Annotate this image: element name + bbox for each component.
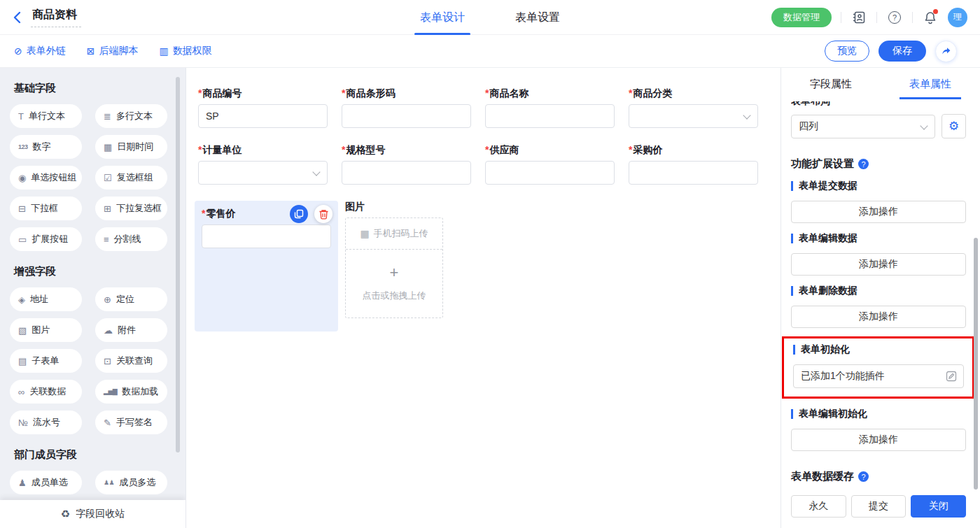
cache-title: 表单数据缓存 ?: [791, 470, 966, 483]
field-unit[interactable]: *计量单位: [198, 144, 328, 185]
sidebar-item-multi-line-text[interactable]: ≣多行文本: [95, 104, 167, 128]
field-product-barcode[interactable]: *商品条形码: [342, 87, 471, 128]
spec-model-input[interactable]: [342, 161, 471, 185]
cache-option-submit[interactable]: 提交: [851, 495, 906, 518]
data-permission-link[interactable]: ▥ 数据权限: [159, 45, 211, 57]
notification-button[interactable]: [922, 9, 939, 26]
sidebar-item-image[interactable]: ▧图片: [10, 318, 82, 342]
sidebar-item-datetime[interactable]: ▦日期时间: [95, 135, 167, 159]
copy-icon: [294, 209, 304, 219]
serial-number-icon: №: [18, 418, 28, 427]
field-image-upload[interactable]: 图片 ▦ 手机扫码上传 + 点击或拖拽上传: [345, 201, 475, 331]
help-circle-icon[interactable]: ?: [858, 471, 869, 482]
sidebar-item-attachment[interactable]: ☁附件: [95, 318, 167, 342]
field-spec-model[interactable]: *规格型号: [342, 144, 471, 185]
cache-option-close[interactable]: 关闭: [911, 495, 966, 518]
sidebar-item-address[interactable]: ◈地址: [10, 287, 82, 311]
sidebar-item-radio-group[interactable]: ◉单选按钮组: [10, 166, 82, 190]
number-icon: 123: [18, 144, 28, 150]
page-title[interactable]: 商品资料: [31, 8, 81, 27]
layout-columns-select[interactable]: 四列: [791, 115, 935, 138]
sidebar-item-relation-data[interactable]: ∞关联数据: [10, 380, 82, 404]
product-category-select[interactable]: [629, 104, 758, 128]
field-label: 供应商: [489, 144, 519, 155]
form-row: *零售价 图片 ▦: [198, 201, 780, 331]
product-barcode-input[interactable]: [342, 104, 471, 128]
form-external-link[interactable]: ⊘ 表单外链: [14, 45, 66, 57]
trash-icon: [318, 209, 329, 220]
tab-form-design[interactable]: 表单设计: [414, 0, 470, 35]
selected-field-retail-price[interactable]: *零售价: [195, 201, 338, 331]
save-button[interactable]: 保存: [878, 41, 926, 62]
sidebar-item-serial-number[interactable]: №流水号: [10, 411, 82, 434]
add-action-button-submit[interactable]: 添加操作: [791, 201, 966, 223]
avatar[interactable]: 理: [948, 8, 967, 27]
section-form-delete: 表单删除数据 添加操作: [791, 285, 966, 328]
sidebar-item-number[interactable]: 123数字: [10, 135, 82, 159]
required-asterisk: *: [629, 87, 632, 99]
plugin-summary-box[interactable]: 已添加1个功能插件: [793, 364, 964, 388]
cache-option-permanent[interactable]: 永久: [791, 495, 846, 518]
section-form-edit-init: 表单编辑初始化 添加操作: [791, 408, 966, 451]
signature-icon: ✎: [104, 418, 111, 427]
backend-script-link[interactable]: ⊠ 后端脚本: [87, 45, 139, 57]
section-form-edit: 表单编辑数据 添加操作: [791, 232, 966, 276]
drag-upload-area[interactable]: + 点击或拖拽上传: [346, 250, 442, 317]
delete-field-button[interactable]: [314, 205, 332, 223]
add-action-button-delete[interactable]: 添加操作: [791, 306, 966, 328]
sidebar-item-subform[interactable]: ▤子表单: [10, 349, 82, 373]
panel-scrollbar[interactable]: [974, 238, 978, 490]
purchase-price-input[interactable]: [629, 161, 758, 185]
field-label: 规格型号: [346, 144, 385, 155]
sidebar-item-member-multi[interactable]: ♟♟成员多选: [95, 471, 167, 494]
sidebar-item-multi-dropdown[interactable]: ⊞下拉复选框: [95, 197, 167, 220]
field-product-code[interactable]: *商品编号: [198, 87, 328, 128]
sidebar-item-location[interactable]: ⊕定位: [95, 287, 167, 311]
edit-pencil-icon[interactable]: [946, 371, 957, 382]
scan-upload-button[interactable]: ▦ 手机扫码上传: [346, 218, 442, 250]
layout-settings-button[interactable]: ⚙: [941, 114, 966, 138]
add-action-button-edit[interactable]: 添加操作: [791, 253, 966, 276]
share-button[interactable]: [935, 41, 957, 62]
sidebar-item-checkbox-group[interactable]: ☑复选框组: [95, 166, 167, 190]
tab-form-settings[interactable]: 表单设置: [510, 0, 566, 35]
sidebar-scrollbar[interactable]: [176, 77, 180, 452]
preview-button[interactable]: 预览: [825, 41, 869, 62]
product-name-input[interactable]: [485, 104, 615, 128]
divider-icon: ≡: [104, 235, 109, 244]
back-button[interactable]: [11, 11, 24, 24]
contacts-icon: [852, 10, 866, 24]
field-product-name[interactable]: *商品名称: [485, 87, 615, 128]
help-button[interactable]: ?: [886, 9, 903, 26]
data-manage-button[interactable]: 数据管理: [771, 8, 832, 27]
unit-select[interactable]: [198, 161, 328, 185]
dropdown-icon: ⊟: [18, 204, 26, 213]
sidebar-item-data-load[interactable]: ▂▅▇数据加载: [95, 380, 167, 404]
sidebar-item-single-line-text[interactable]: T单行文本: [10, 104, 82, 128]
copy-field-button[interactable]: [290, 205, 308, 223]
field-supplier[interactable]: *供应商: [485, 144, 615, 185]
help-circle-icon[interactable]: ?: [858, 159, 869, 169]
data-permission-icon: ▥: [159, 46, 168, 56]
field-product-category[interactable]: *商品分类: [629, 87, 758, 128]
field-recycle-bin[interactable]: ♻ 字段回收站: [0, 500, 186, 528]
top-right-actions: 数据管理 ? 理: [771, 8, 980, 27]
retail-price-input[interactable]: [202, 224, 331, 248]
sidebar-item-extend-button[interactable]: ▭扩展按钮: [10, 227, 82, 251]
tab-form-properties[interactable]: 表单属性: [881, 68, 980, 101]
add-action-button-edit-init[interactable]: 添加操作: [791, 429, 966, 451]
sidebar-item-signature[interactable]: ✎手写签名: [95, 411, 167, 434]
subform-icon: ▤: [18, 357, 27, 366]
field-purchase-price[interactable]: *采购价: [629, 144, 758, 185]
sidebar-item-member-single[interactable]: ♟成员单选: [10, 471, 82, 494]
required-asterisk: *: [485, 144, 489, 155]
contacts-button[interactable]: [850, 9, 867, 26]
supplier-input[interactable]: [485, 161, 615, 185]
sidebar-item-relation-query[interactable]: ⊡关联查询: [95, 349, 167, 373]
sidebar-item-divider-line[interactable]: ≡分割线: [95, 227, 167, 251]
tab-field-properties[interactable]: 字段属性: [781, 68, 881, 101]
section-title-basic-fields: 基础字段: [14, 82, 186, 95]
form-canvas: *商品编号 *商品条形码 *商品名称 *商品分类: [187, 68, 780, 528]
sidebar-item-dropdown[interactable]: ⊟下拉框: [10, 197, 82, 220]
product-code-input[interactable]: [198, 104, 328, 128]
